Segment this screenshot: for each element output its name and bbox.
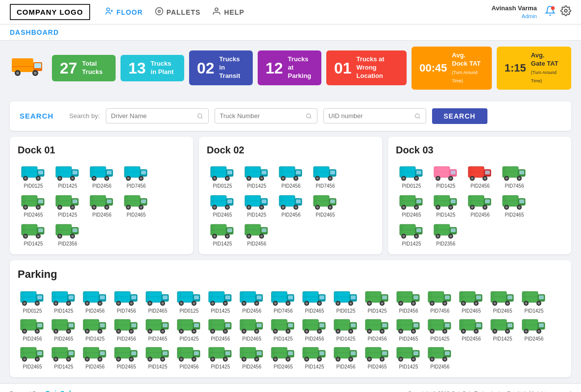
truck-item[interactable]: PID2356: [52, 220, 83, 246]
parking-truck-item[interactable]: PID7456: [425, 288, 455, 314]
driver-name-input-wrapper[interactable]: [106, 108, 209, 123]
truck-number-input[interactable]: [220, 112, 303, 120]
parking-truck-item[interactable]: PID2456: [457, 316, 486, 342]
svg-rect-51: [141, 171, 146, 174]
parking-truck-item[interactable]: PID2465: [363, 343, 392, 369]
parking-truck-item[interactable]: PID7456: [112, 288, 141, 314]
parking-truck-item[interactable]: PID2465: [143, 316, 172, 342]
parking-truck-item[interactable]: PID1425: [206, 288, 235, 314]
svg-point-172: [295, 206, 297, 208]
svg-rect-699: [382, 351, 387, 355]
truck-item[interactable]: PID1425: [52, 163, 83, 189]
svg-rect-339: [194, 295, 199, 299]
truck-item[interactable]: PID7456: [121, 163, 152, 189]
truck-item[interactable]: PID2456: [275, 192, 307, 218]
parking-truck-item[interactable]: PID2456: [519, 316, 549, 342]
truck-item[interactable]: PID2465: [499, 192, 530, 218]
parking-truck-item[interactable]: PID1425: [268, 316, 298, 342]
truck-item[interactable]: PID0125: [18, 163, 49, 189]
parking-truck-item[interactable]: PID2456: [363, 316, 392, 342]
uid-number-input-wrapper[interactable]: [323, 108, 426, 123]
parking-truck-item[interactable]: PID2456: [394, 288, 423, 314]
truck-item[interactable]: PID1425: [52, 192, 83, 218]
parking-truck-item[interactable]: PID1425: [394, 343, 423, 369]
parking-truck-item[interactable]: PID1425: [49, 343, 78, 369]
truck-item[interactable]: PID1425: [430, 163, 461, 189]
nav-help[interactable]: HELP: [212, 7, 244, 18]
parking-truck-item[interactable]: PID2456: [237, 288, 266, 314]
uid-number-input[interactable]: [329, 112, 412, 120]
truck-item[interactable]: PID2456: [86, 163, 118, 189]
parking-truck-item[interactable]: PID2465: [457, 288, 486, 314]
user-role: Admin: [491, 13, 537, 20]
nav-floor[interactable]: FLOOR: [105, 7, 143, 18]
parking-truck-item[interactable]: PID2465: [18, 343, 47, 369]
truck-number-input-wrapper[interactable]: [215, 108, 317, 123]
truck-item[interactable]: PID2456: [464, 163, 496, 189]
parking-truck-item[interactable]: PID1425: [49, 288, 78, 314]
truck-item[interactable]: PID2456: [464, 192, 496, 218]
parking-truck-item[interactable]: PID2465: [237, 316, 266, 342]
parking-truck-item[interactable]: PID0125: [174, 288, 204, 314]
parking-truck-item[interactable]: PID1425: [143, 343, 172, 369]
parking-truck-item[interactable]: PID1425: [488, 316, 517, 342]
search-button[interactable]: SEARCH: [432, 108, 487, 124]
truck-item[interactable]: PID7456: [310, 163, 341, 189]
settings-icon[interactable]: [560, 5, 571, 19]
parking-truck-item[interactable]: PID2456: [300, 316, 329, 342]
driver-name-input[interactable]: [111, 112, 194, 120]
notifications-icon[interactable]: [545, 5, 556, 19]
parking-truck-item[interactable]: PID2465: [300, 288, 329, 314]
parking-truck-item[interactable]: PID2456: [174, 343, 204, 369]
truck-item[interactable]: PID7456: [499, 163, 530, 189]
parking-truck-item[interactable]: PID1425: [80, 316, 110, 342]
truck-item[interactable]: PID1425: [430, 192, 461, 218]
parking-truck-item[interactable]: PID2456: [331, 343, 361, 369]
parking-truck-item[interactable]: PID1425: [206, 343, 235, 369]
parking-truck-item[interactable]: PID2465: [268, 343, 298, 369]
parking-truck-item[interactable]: PID2456: [112, 316, 141, 342]
parking-truck-item[interactable]: PID0125: [331, 288, 361, 314]
parking-truck-item[interactable]: PID2465: [49, 316, 78, 342]
truck-item[interactable]: PID1425: [396, 220, 427, 246]
parking-truck-item[interactable]: PID2456: [206, 316, 235, 342]
truck-item[interactable]: PID1425: [207, 220, 238, 246]
parking-truck-item[interactable]: PID1425: [425, 316, 455, 342]
truck-item[interactable]: PID2465: [121, 192, 152, 218]
truck-item[interactable]: PID0125: [396, 163, 427, 189]
parking-truck-item[interactable]: PID2456: [425, 343, 455, 369]
parking-truck-item[interactable]: PID1425: [363, 288, 392, 314]
truck-item[interactable]: PID2465: [207, 192, 238, 218]
truck-item[interactable]: PID2356: [430, 220, 461, 246]
truck-item[interactable]: PID2465: [396, 192, 427, 218]
parking-truck-item[interactable]: PID7456: [268, 288, 298, 314]
truck-item[interactable]: PID2456: [241, 220, 272, 246]
truck-item[interactable]: PID1425: [18, 220, 49, 246]
truck-pid: PID2456: [23, 336, 42, 342]
parking-truck-item[interactable]: PID2465: [488, 288, 517, 314]
parking-truck-item[interactable]: PID2456: [80, 288, 110, 314]
truck-item[interactable]: PID2456: [275, 163, 307, 189]
parking-truck-item[interactable]: PID1425: [174, 316, 204, 342]
nav-pallets[interactable]: PALLETS: [155, 7, 201, 18]
parking-truck-item[interactable]: PID2456: [237, 343, 266, 369]
truck-item[interactable]: PID1425: [241, 192, 272, 218]
parking-truck-item[interactable]: PID1425: [331, 316, 361, 342]
svg-rect-600: [37, 351, 42, 355]
truck-item[interactable]: PID2465: [310, 192, 341, 218]
parking-truck-item[interactable]: PID2456: [18, 316, 47, 342]
truck-item[interactable]: PID2456: [86, 192, 118, 218]
truck-item[interactable]: PID2465: [18, 192, 49, 218]
parking-truck-item[interactable]: PID2465: [112, 343, 141, 369]
avg-dock-tat-label: Avg.Dock TAT(Turn Around Time): [452, 51, 484, 85]
truck-pid: PID2465: [368, 364, 387, 369]
parking-truck-item[interactable]: PID0125: [18, 288, 47, 314]
parking-truck-item[interactable]: PID1425: [519, 288, 549, 314]
truck-item[interactable]: PID1425: [241, 163, 272, 189]
svg-rect-456: [69, 323, 73, 327]
truck-item[interactable]: PID0125: [207, 163, 238, 189]
parking-truck-item[interactable]: PID2465: [143, 288, 172, 314]
parking-truck-item[interactable]: PID1425: [300, 343, 329, 369]
parking-truck-item[interactable]: PID2465: [394, 316, 423, 342]
parking-truck-item[interactable]: PID2456: [80, 343, 110, 369]
